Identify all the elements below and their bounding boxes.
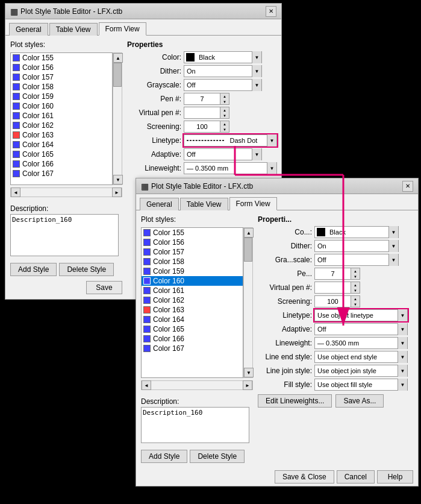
tab-tableview-w1[interactable]: Table View [49,23,98,36]
window1-scroll-down[interactable]: ▼ [113,175,123,184]
window2-pen-input[interactable] [314,268,351,280]
list-item[interactable]: Color 167 [142,344,243,353]
list-item[interactable]: Color 161 [142,286,243,295]
window2-save-close-button[interactable]: Save & Close [275,470,334,484]
window1-style-buttons: Add Style Delete Style [10,263,122,276]
list-item[interactable]: Color 159 [11,92,112,101]
window2-list[interactable]: Color 155Color 156Color 157Color 158Colo… [141,227,243,378]
list-item[interactable]: Color 157 [11,72,112,82]
list-item[interactable]: Color 165 [142,324,243,334]
list-item[interactable]: Color 157 [142,247,243,257]
window2-color-select[interactable]: Black ▼ [314,226,399,238]
window2-linetype-select[interactable]: Use object linetype ▼ [314,309,408,321]
window2-grayscale-select[interactable]: Off ▼ [314,254,399,266]
list-item[interactable]: Color 162 [142,295,243,305]
window1-delete-style-button[interactable]: Delete Style [59,263,114,276]
window1-pen-down[interactable]: ▼ [220,99,229,104]
window2-screening-up[interactable]: ▲ [351,296,360,301]
window2-pen-row: Pe... ▲ ▼ [258,268,413,280]
window1-scrollbar[interactable]: ▲ ▼ [113,52,122,185]
window1-pen-up[interactable]: ▲ [220,93,229,99]
window1-list[interactable]: Color 155Color 156Color 157Color 158Colo… [10,52,113,185]
window2-edit-lineweights-button[interactable]: Edit Lineweights... [258,394,332,408]
window1-scroll-right[interactable]: ► [112,187,122,197]
tab-formview-w1[interactable]: Form View [99,22,146,36]
tab-tableview-w2[interactable]: Table View [180,198,228,210]
window1-screening-up[interactable]: ▲ [220,121,229,127]
list-item-label: Color 156 [22,63,54,72]
window1-dither-select[interactable]: On ▼ [184,65,262,77]
window1-adaptive-select[interactable]: Off ▼ [184,148,262,160]
list-item[interactable]: Color 156 [142,238,243,247]
window2-delete-style-button[interactable]: Delete Style [190,450,245,463]
window2-horiz-scroll[interactable]: ◄ ► [141,380,253,390]
window2-screening-down[interactable]: ▼ [351,301,360,307]
window2-scroll-up[interactable]: ▲ [244,228,254,238]
window2-help-button[interactable]: Help [377,470,413,484]
window2-virtualpen-down[interactable]: ▼ [351,288,360,293]
list-item[interactable]: Color 163 [142,305,243,315]
list-item[interactable]: Color 166 [142,334,243,344]
window2-fillstyle-select[interactable]: Use object fill style ▼ [314,379,408,391]
list-item[interactable]: Color 164 [142,315,243,324]
window2-add-style-button[interactable]: Add Style [141,450,187,463]
list-item[interactable]: Color 166 [11,159,112,169]
window2-virtualpen-input[interactable] [314,282,351,294]
window2-dither-select[interactable]: On ▼ [314,240,399,252]
window1-horiz-scroll[interactable]: ◄ ► [10,187,122,197]
window1-scroll-up[interactable]: ▲ [113,53,123,63]
window2-scroll-right[interactable]: ► [243,380,252,390]
list-item[interactable]: Color 155 [142,228,243,238]
window1-close-button[interactable]: ✕ [266,6,276,17]
list-item[interactable]: Color 155 [11,53,112,63]
window2-linejoinstyle-select[interactable]: Use object join style ▼ [314,365,408,377]
tab-general-w2[interactable]: General [140,198,179,210]
window1-virtualpen-down[interactable]: ▼ [220,113,229,118]
window1-scroll-thumb[interactable] [113,63,122,87]
tab-formview-w2[interactable]: Form View [229,197,277,210]
window2-scrollbar[interactable]: ▲ ▼ [243,227,253,378]
window2-pen-up[interactable]: ▲ [351,268,360,274]
list-item[interactable]: Color 160 [11,101,112,111]
window2-virtualpen-up[interactable]: ▲ [351,282,360,288]
list-item[interactable]: Color 167 [11,169,112,178]
list-item[interactable]: Color 158 [142,257,243,266]
window2-save-as-button[interactable]: Save As... [335,394,384,408]
window1-virtualpen-input[interactable] [184,107,220,119]
window1-screening-down[interactable]: ▼ [220,127,229,132]
window1-save-button[interactable]: Save [86,281,122,294]
window2-cancel-button[interactable]: Cancel [337,470,375,484]
window1-pen-input[interactable] [184,93,220,105]
window1-scroll-left[interactable]: ◄ [11,187,20,197]
tab-general-w1[interactable]: General [9,23,48,36]
window2-close-button[interactable]: ✕ [402,181,413,192]
list-item[interactable]: Color 159 [142,266,243,276]
list-item[interactable]: Color 156 [11,63,112,72]
window1-linetype-select[interactable]: Dash Dot ▼ [184,134,277,146]
list-item[interactable]: Color 162 [11,121,112,130]
list-item[interactable]: Color 160 [142,276,243,286]
window1-color-select[interactable]: Black ▼ [184,51,262,63]
window2-lineweight-select[interactable]: — 0.3500 mm ▼ [314,337,408,349]
window2-fillstyle-row: Fill style: Use object fill style ▼ [258,379,413,391]
list-item[interactable]: Color 158 [11,82,112,92]
window2-screening-input[interactable] [314,295,351,307]
window2-scroll-down[interactable]: ▼ [244,368,254,377]
window1-virtualpen-up[interactable]: ▲ [220,107,229,113]
window2-scroll-thumb[interactable] [244,238,252,262]
list-item[interactable]: Color 164 [11,140,112,150]
window1-grayscale-select[interactable]: Off ▼ [184,79,262,91]
list-item[interactable]: Color 163 [11,130,112,140]
window2-pen-down[interactable]: ▼ [351,274,360,279]
window1-add-style-button[interactable]: Add Style [10,263,57,276]
list-item[interactable]: Color 161 [11,111,112,121]
window2-scroll-left[interactable]: ◄ [142,380,151,390]
window1-lineweight-select[interactable]: — 0.3500 mm ▼ [184,162,277,174]
window2-adaptive-select[interactable]: Off ▼ [314,323,408,335]
color-swatch [143,306,151,313]
window1-screening-input[interactable] [184,121,220,133]
window2-description-input[interactable]: Description_160 [141,407,249,443]
list-item[interactable]: Color 165 [11,150,112,159]
window2-lineendstyle-select[interactable]: Use object end style ▼ [314,351,408,363]
window1-description-input[interactable]: Description_160 [10,214,119,256]
